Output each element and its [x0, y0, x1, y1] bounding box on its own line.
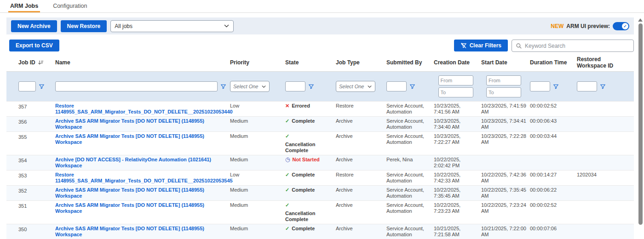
priority-filter-select[interactable]: Select One [230, 81, 270, 92]
job-type-cell: Restore [336, 102, 386, 116]
state-label: Complete [292, 172, 315, 178]
restored-id-cell [577, 224, 634, 239]
submitted-by-cell: Perek, Nina [386, 155, 434, 170]
job-name-link[interactable]: Archive SAS ARM Migrator Tests [DO NOT D… [55, 187, 226, 199]
new-archive-button[interactable]: New Archive [11, 20, 57, 32]
col-header-submitted-by[interactable]: Submitted By [386, 54, 434, 71]
job-type-cell: Archive [336, 201, 386, 224]
state-filter-input[interactable] [285, 81, 305, 91]
priority-cell: Medium [230, 201, 285, 224]
keyword-search-box [512, 40, 634, 52]
job-name-link[interactable]: Archive SAS ARM Migrator Tests [DO NOT D… [55, 226, 226, 238]
job-name-link[interactable]: Archive SAS ARM Migrator Tests [DO NOT D… [55, 118, 226, 130]
job-type-filter-select[interactable]: Select One [336, 81, 375, 92]
state-cell: ✓ Complete [285, 171, 336, 185]
job-name-link[interactable]: Restore 1148955_SAS_ARM_Migrator_Tests_D… [55, 172, 233, 184]
col-header-job-type[interactable]: Job Type [336, 54, 386, 71]
job-name-link[interactable]: Archive SAS ARM Migrator Tests [DO NOT D… [55, 202, 226, 214]
job-id-cell: 350 [6, 224, 55, 239]
start-date-cell: 10/22/2025, 7:23:24 AM [481, 201, 530, 224]
new-restore-button[interactable]: New Restore [61, 20, 107, 32]
job-type-cell: Archive [336, 224, 386, 239]
col-header-priority[interactable]: Priority [230, 54, 285, 71]
job-type-cell: Archive [336, 186, 386, 200]
tab-configuration[interactable]: Configuration [52, 0, 88, 12]
chevron-down-icon [261, 84, 266, 89]
state-cell: ✓ Cancellation Complete [285, 201, 336, 224]
filter-icon[interactable] [39, 84, 45, 90]
filter-creation-date [434, 74, 481, 98]
toolbar-wrap: New Archive New Restore All jobs NEW ARM… [0, 13, 644, 34]
clear-filters-button[interactable]: Clear Filters [454, 40, 508, 51]
state-cell: ✓ Complete [285, 224, 336, 239]
creation-date-cell: 10/22/2025, 2:02:42 PM [434, 155, 481, 170]
filter-restored-workspace-id [577, 74, 634, 98]
filter-icon[interactable] [308, 84, 314, 90]
state-icon: ✓ [285, 187, 289, 193]
state-cell: ✓ Cancellation Complete [285, 132, 336, 155]
creation-date-cell: 10/22/2025, 7:42:33 AM [434, 171, 481, 185]
preview-toggle-group: NEW ARM UI preview: ✓ [551, 22, 629, 30]
restored-id-filter-input[interactable] [577, 81, 597, 91]
col-header-restored-workspace-id[interactable]: Restored Workspace ID [577, 54, 634, 71]
arm-ui-preview-toggle[interactable]: ✓ [613, 22, 629, 30]
new-badge: NEW [551, 23, 564, 29]
creation-date-from-input[interactable] [438, 75, 473, 85]
creation-date-cell: 10/23/2025, 7:34:40 AM [434, 117, 481, 131]
duration-filter-input[interactable] [530, 81, 550, 91]
col-header-job-id[interactable]: Job ID [6, 54, 55, 71]
job-name-cell: Archive [DO NOT ACCESS] - RelativityOne … [55, 155, 230, 170]
col-header-creation-date[interactable]: Creation Date [434, 54, 481, 71]
search-icon [516, 43, 522, 49]
restored-id-cell [577, 155, 634, 170]
job-name-link[interactable]: Archive SAS ARM Migrator Tests [DO NOT D… [55, 133, 226, 145]
tab-arm-jobs[interactable]: ARM Jobs [9, 0, 39, 12]
filter-icon[interactable] [600, 84, 606, 90]
job-name-link[interactable]: Archive [DO NOT ACCESS] - RelativityOne … [55, 157, 226, 169]
state-cell: ✓ Complete [285, 117, 336, 131]
priority-cell: Medium [230, 186, 285, 200]
filter-start-date [481, 74, 530, 98]
clear-filters-label: Clear Filters [470, 42, 501, 49]
chevron-down-icon [224, 23, 230, 29]
col-header-name[interactable]: Name [55, 54, 230, 71]
keyword-search-input[interactable] [525, 43, 630, 49]
job-name-link[interactable]: Restore 1148955_SAS_ARM_Migrator_Tests_D… [55, 103, 233, 115]
creation-date-to-input[interactable] [438, 87, 473, 97]
jobs-filter-select[interactable]: All jobs [110, 20, 234, 32]
state-label: Cancellation Complete [285, 142, 332, 154]
col-header-start-date[interactable]: Start Date [481, 54, 530, 71]
table-row: 357 Restore 1148955_SAS_ARM_Migrator_Tes… [6, 101, 634, 116]
creation-date-cell: 10/22/2025, 7:35:45 AM [434, 186, 481, 200]
state-icon: ✓ [285, 202, 289, 208]
job-name-cell: Restore 1148955_SAS_ARM_Migrator_Tests_D… [55, 102, 230, 116]
export-csv-button[interactable]: Export to CSV [9, 40, 59, 51]
table-row: 351 Archive SAS ARM Migrator Tests [DO N… [6, 200, 634, 224]
start-date-from-input[interactable] [486, 75, 521, 85]
filter-icon[interactable] [220, 84, 226, 90]
sort-descending-icon[interactable] [38, 60, 44, 66]
creation-date-cell: 10/23/2025, 7:41:56 AM [434, 102, 481, 116]
filter-icon[interactable] [409, 84, 415, 90]
name-filter-input[interactable] [55, 81, 218, 91]
filter-name [55, 74, 230, 98]
filter-job-id [6, 74, 55, 98]
priority-cell: Low [230, 171, 285, 185]
state-cell: ✕ Errored [285, 102, 336, 116]
restored-id-cell [577, 102, 634, 116]
job-id-filter-input[interactable] [18, 81, 36, 91]
filter-icon[interactable] [553, 84, 559, 90]
job-name-cell: Archive SAS ARM Migrator Tests [DO NOT D… [55, 224, 230, 239]
filter-job-type: Select One [336, 74, 386, 98]
col-header-duration-time[interactable]: Duration Time [530, 54, 577, 71]
tab-bar: ARM Jobs Configuration [0, 0, 644, 13]
table-row: 355 Archive SAS ARM Migrator Tests [DO N… [6, 131, 634, 155]
table-row: 356 Archive SAS ARM Migrator Tests [DO N… [6, 116, 634, 131]
priority-cell: Low [230, 102, 285, 116]
col-header-state[interactable]: State [285, 54, 336, 71]
submitted-by-filter-input[interactable] [386, 81, 407, 91]
scrollbar-thumb[interactable] [638, 23, 643, 225]
start-date-to-input[interactable] [486, 87, 521, 97]
restored-id-cell [577, 186, 634, 200]
scrollbar-up-arrow-icon[interactable] [638, 18, 643, 22]
